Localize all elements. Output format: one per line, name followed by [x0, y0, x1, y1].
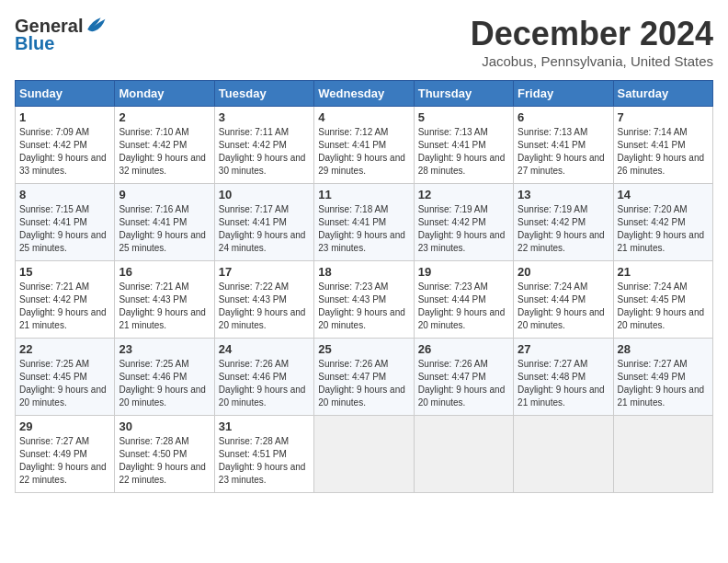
- day-number: 2: [119, 110, 210, 124]
- calendar-cell: 5Sunrise: 7:13 AMSunset: 4:41 PMDaylight…: [414, 107, 513, 184]
- day-info: Sunrise: 7:12 AMSunset: 4:41 PMDaylight:…: [318, 126, 409, 178]
- calendar-cell: 6Sunrise: 7:13 AMSunset: 4:41 PMDaylight…: [514, 107, 613, 184]
- day-number: 6: [518, 110, 609, 124]
- calendar-cell: 10Sunrise: 7:17 AMSunset: 4:41 PMDayligh…: [214, 184, 313, 261]
- calendar-cell: [414, 416, 513, 493]
- day-info: Sunrise: 7:26 AMSunset: 4:47 PMDaylight:…: [418, 358, 509, 409]
- day-number: 31: [219, 419, 310, 433]
- calendar-cell: 20Sunrise: 7:24 AMSunset: 4:44 PMDayligh…: [514, 261, 613, 339]
- day-info: Sunrise: 7:23 AMSunset: 4:43 PMDaylight:…: [318, 281, 409, 332]
- header-thursday: Thursday: [414, 81, 513, 107]
- day-info: Sunrise: 7:13 AMSunset: 4:41 PMDaylight:…: [518, 126, 609, 178]
- day-info: Sunrise: 7:16 AMSunset: 4:41 PMDaylight:…: [119, 203, 210, 255]
- calendar-week-row: 15Sunrise: 7:21 AMSunset: 4:42 PMDayligh…: [16, 261, 713, 339]
- calendar-header-row: SundayMondayTuesdayWednesdayThursdayFrid…: [16, 81, 713, 107]
- day-number: 29: [19, 419, 110, 433]
- month-title: December 2024: [471, 15, 713, 53]
- day-number: 25: [318, 342, 409, 356]
- calendar-cell: [314, 416, 414, 493]
- calendar-cell: 15Sunrise: 7:21 AMSunset: 4:42 PMDayligh…: [16, 261, 115, 339]
- day-info: Sunrise: 7:22 AMSunset: 4:43 PMDaylight:…: [219, 281, 310, 332]
- day-number: 4: [318, 110, 409, 124]
- day-number: 10: [219, 188, 310, 201]
- calendar-cell: [613, 416, 712, 493]
- calendar-week-row: 22Sunrise: 7:25 AMSunset: 4:45 PMDayligh…: [16, 339, 713, 416]
- calendar-week-row: 29Sunrise: 7:27 AMSunset: 4:49 PMDayligh…: [16, 416, 713, 493]
- day-info: Sunrise: 7:23 AMSunset: 4:44 PMDaylight:…: [418, 281, 509, 332]
- day-number: 28: [618, 342, 709, 356]
- day-number: 27: [518, 342, 609, 356]
- calendar-cell: 13Sunrise: 7:19 AMSunset: 4:42 PMDayligh…: [514, 184, 613, 261]
- calendar-cell: 27Sunrise: 7:27 AMSunset: 4:48 PMDayligh…: [514, 339, 613, 416]
- day-number: 19: [418, 265, 509, 279]
- calendar-table: SundayMondayTuesdayWednesdayThursdayFrid…: [15, 80, 713, 493]
- calendar-cell: 16Sunrise: 7:21 AMSunset: 4:43 PMDayligh…: [115, 261, 214, 339]
- day-info: Sunrise: 7:09 AMSunset: 4:42 PMDaylight:…: [19, 126, 110, 178]
- header-wednesday: Wednesday: [314, 81, 414, 107]
- day-number: 16: [119, 265, 210, 279]
- calendar-cell: 4Sunrise: 7:12 AMSunset: 4:41 PMDaylight…: [314, 107, 414, 184]
- calendar-cell: 18Sunrise: 7:23 AMSunset: 4:43 PMDayligh…: [314, 261, 414, 339]
- day-number: 26: [418, 342, 509, 356]
- day-info: Sunrise: 7:26 AMSunset: 4:47 PMDaylight:…: [318, 358, 409, 409]
- day-info: Sunrise: 7:13 AMSunset: 4:41 PMDaylight:…: [418, 126, 509, 178]
- header-sunday: Sunday: [16, 81, 115, 107]
- day-number: 18: [318, 265, 409, 279]
- day-info: Sunrise: 7:24 AMSunset: 4:44 PMDaylight:…: [518, 281, 609, 332]
- day-number: 12: [418, 188, 509, 201]
- calendar-cell: 21Sunrise: 7:24 AMSunset: 4:45 PMDayligh…: [613, 261, 712, 339]
- day-number: 7: [618, 110, 709, 124]
- day-number: 9: [119, 188, 210, 201]
- day-number: 24: [219, 342, 310, 356]
- page-header: General Blue December 2024 Jacobus, Penn…: [15, 15, 713, 69]
- day-info: Sunrise: 7:17 AMSunset: 4:41 PMDaylight:…: [219, 203, 310, 255]
- header-tuesday: Tuesday: [214, 81, 313, 107]
- logo-bird-icon: [85, 15, 107, 37]
- calendar-cell: 25Sunrise: 7:26 AMSunset: 4:47 PMDayligh…: [314, 339, 414, 416]
- day-number: 21: [618, 265, 709, 279]
- day-info: Sunrise: 7:26 AMSunset: 4:46 PMDaylight:…: [219, 358, 310, 409]
- calendar-cell: 9Sunrise: 7:16 AMSunset: 4:41 PMDaylight…: [115, 184, 214, 261]
- day-number: 13: [518, 188, 609, 201]
- header-monday: Monday: [115, 81, 214, 107]
- calendar-cell: 31Sunrise: 7:28 AMSunset: 4:51 PMDayligh…: [214, 416, 313, 493]
- calendar-cell: 26Sunrise: 7:26 AMSunset: 4:47 PMDayligh…: [414, 339, 513, 416]
- calendar-cell: 12Sunrise: 7:19 AMSunset: 4:42 PMDayligh…: [414, 184, 513, 261]
- day-info: Sunrise: 7:19 AMSunset: 4:42 PMDaylight:…: [518, 203, 609, 255]
- calendar-cell: 17Sunrise: 7:22 AMSunset: 4:43 PMDayligh…: [214, 261, 313, 339]
- location: Jacobus, Pennsylvania, United States: [471, 53, 713, 69]
- day-info: Sunrise: 7:21 AMSunset: 4:42 PMDaylight:…: [19, 281, 110, 332]
- day-info: Sunrise: 7:25 AMSunset: 4:45 PMDaylight:…: [19, 358, 110, 409]
- header-friday: Friday: [514, 81, 613, 107]
- logo: General Blue: [15, 15, 107, 54]
- day-number: 20: [518, 265, 609, 279]
- calendar-cell: 29Sunrise: 7:27 AMSunset: 4:49 PMDayligh…: [16, 416, 115, 493]
- day-number: 17: [219, 265, 310, 279]
- calendar-cell: 8Sunrise: 7:15 AMSunset: 4:41 PMDaylight…: [16, 184, 115, 261]
- day-number: 1: [19, 110, 110, 124]
- day-info: Sunrise: 7:27 AMSunset: 4:49 PMDaylight:…: [19, 435, 110, 487]
- day-number: 23: [119, 342, 210, 356]
- day-info: Sunrise: 7:15 AMSunset: 4:41 PMDaylight:…: [19, 203, 110, 255]
- day-info: Sunrise: 7:21 AMSunset: 4:43 PMDaylight:…: [119, 281, 210, 332]
- day-number: 14: [618, 188, 709, 201]
- day-info: Sunrise: 7:25 AMSunset: 4:46 PMDaylight:…: [119, 358, 210, 409]
- day-info: Sunrise: 7:27 AMSunset: 4:49 PMDaylight:…: [618, 358, 709, 409]
- title-section: December 2024 Jacobus, Pennsylvania, Uni…: [471, 15, 713, 69]
- day-number: 8: [19, 188, 110, 201]
- calendar-cell: 23Sunrise: 7:25 AMSunset: 4:46 PMDayligh…: [115, 339, 214, 416]
- day-info: Sunrise: 7:28 AMSunset: 4:51 PMDaylight:…: [219, 435, 310, 487]
- calendar-cell: 19Sunrise: 7:23 AMSunset: 4:44 PMDayligh…: [414, 261, 513, 339]
- header-saturday: Saturday: [613, 81, 712, 107]
- day-number: 11: [318, 188, 409, 201]
- day-info: Sunrise: 7:19 AMSunset: 4:42 PMDaylight:…: [418, 203, 509, 255]
- day-info: Sunrise: 7:24 AMSunset: 4:45 PMDaylight:…: [618, 281, 709, 332]
- day-number: 5: [418, 110, 509, 124]
- calendar-week-row: 8Sunrise: 7:15 AMSunset: 4:41 PMDaylight…: [16, 184, 713, 261]
- day-info: Sunrise: 7:10 AMSunset: 4:42 PMDaylight:…: [119, 126, 210, 178]
- day-number: 15: [19, 265, 110, 279]
- calendar-cell: 3Sunrise: 7:11 AMSunset: 4:42 PMDaylight…: [214, 107, 313, 184]
- day-number: 22: [19, 342, 110, 356]
- calendar-cell: 22Sunrise: 7:25 AMSunset: 4:45 PMDayligh…: [16, 339, 115, 416]
- day-info: Sunrise: 7:18 AMSunset: 4:41 PMDaylight:…: [318, 203, 409, 255]
